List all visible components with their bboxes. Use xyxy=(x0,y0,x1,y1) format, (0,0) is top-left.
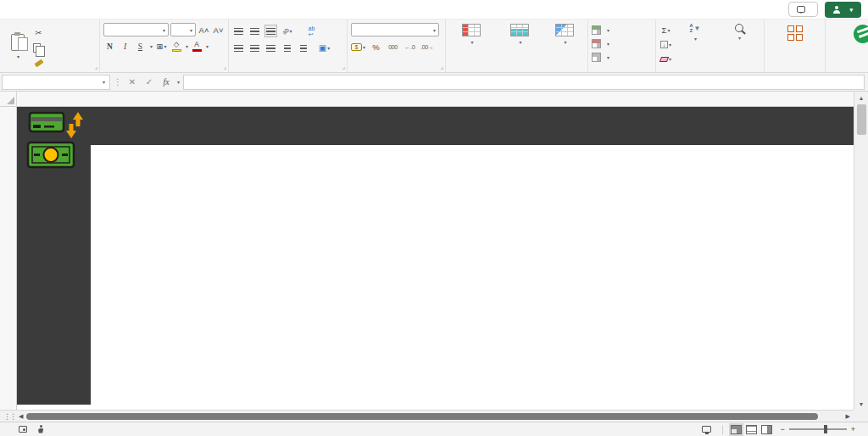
share-button[interactable]: ▾ xyxy=(825,2,861,18)
cells-group: ▾ ▾ ▾ xyxy=(588,20,656,72)
cut-button[interactable]: ✂ xyxy=(32,26,45,39)
fill-button[interactable]: ↓▾ xyxy=(659,38,672,51)
number-group: ▾ $▾ % 000 ←.0 .00→ ⌟ xyxy=(348,20,446,72)
scroll-up-icon[interactable]: ▲ xyxy=(859,92,865,103)
cell-styles-button[interactable]: ▾ xyxy=(546,23,584,47)
percent-button[interactable]: % xyxy=(370,41,382,53)
conditional-formatting-button[interactable]: ▾ xyxy=(449,23,494,47)
chevron-down-icon: ▾ xyxy=(177,79,180,85)
insert-cells-button[interactable]: ▾ xyxy=(592,24,652,36)
styles-group: ▾ ▾ ▾ xyxy=(446,20,588,72)
zoom-slider[interactable] xyxy=(789,428,847,430)
scissors-icon: ✂ xyxy=(36,28,42,37)
align-right-button[interactable] xyxy=(264,42,277,54)
select-all-corner[interactable] xyxy=(0,92,17,106)
format-as-table-button[interactable]: ▾ xyxy=(498,23,542,47)
scroll-right-icon[interactable]: ▶ xyxy=(846,413,850,420)
font-size-select[interactable]: ▾ xyxy=(170,23,196,36)
accessibility-status[interactable] xyxy=(37,425,47,433)
zoom-out-button[interactable]: − xyxy=(780,425,784,433)
copy-button[interactable]: ▾ xyxy=(32,42,45,54)
merge-center-button[interactable]: ▣▾ xyxy=(318,42,331,54)
decrease-indent-button[interactable] xyxy=(281,42,293,54)
comments-button[interactable] xyxy=(788,2,818,17)
orientation-icon: ab xyxy=(281,26,289,35)
scroll-down-icon[interactable]: ▼ xyxy=(859,398,865,410)
eraser-icon xyxy=(659,57,669,62)
zoom-slider-thumb[interactable] xyxy=(824,425,827,433)
orientation-button[interactable]: ab▾ xyxy=(281,25,293,37)
addins-group xyxy=(765,20,826,72)
zoom-in-button[interactable]: + xyxy=(851,425,855,433)
align-middle-button[interactable] xyxy=(248,25,261,37)
clear-button[interactable]: ▾ xyxy=(659,53,672,65)
chevron-down-icon: ▾ xyxy=(186,43,188,49)
addins-icon xyxy=(787,25,803,41)
font-name-select[interactable]: ▾ xyxy=(103,23,169,36)
dialog-launcher-icon[interactable]: ⌟ xyxy=(224,64,226,70)
align-top-button[interactable] xyxy=(232,25,245,37)
increase-font-button[interactable]: A˄ xyxy=(198,24,210,36)
bold-button[interactable]: N xyxy=(103,40,116,53)
accounting-format-button[interactable]: $▾ xyxy=(351,41,365,53)
format-painter-button[interactable] xyxy=(32,57,45,70)
align-bottom-button[interactable] xyxy=(264,25,277,37)
vertical-scrollbar[interactable]: ▲ ▼ xyxy=(854,92,868,410)
find-select-button[interactable]: ▾ xyxy=(718,23,760,42)
underline-button[interactable]: S xyxy=(134,40,147,53)
align-bottom-icon xyxy=(266,28,275,35)
align-top-icon xyxy=(234,28,243,35)
horizontal-scroll-track[interactable] xyxy=(26,412,842,420)
format-as-table-icon xyxy=(510,24,529,36)
horizontal-scrollbar[interactable]: ⋮⋮ ◀ ▶ xyxy=(0,410,854,422)
autosum-button[interactable]: Σ▾ xyxy=(659,24,672,36)
chevron-down-icon: ▾ xyxy=(206,43,209,49)
addins-button[interactable] xyxy=(768,23,821,43)
alignment-group: ab▾ ab↩ ▣▾ ⌟ xyxy=(229,20,348,72)
cancel-button[interactable]: ✕ xyxy=(125,77,139,87)
sheet-tab-grip[interactable]: ⋮⋮ xyxy=(3,412,15,421)
paste-button[interactable]: ▾ xyxy=(8,31,27,61)
format-cells-button[interactable]: ▾ xyxy=(592,51,652,64)
display-settings-button[interactable] xyxy=(702,426,715,433)
name-box[interactable]: ▾ xyxy=(2,75,110,90)
italic-button[interactable]: I xyxy=(119,40,131,53)
normal-view-button[interactable] xyxy=(731,425,742,434)
dialog-launcher-icon[interactable]: ⌟ xyxy=(95,64,97,70)
clipboard-group: ▾ ✂ ▾ ⌟ xyxy=(0,20,100,72)
dialog-launcher-icon[interactable]: ⌟ xyxy=(342,64,345,70)
insert-function-button[interactable]: fx xyxy=(159,77,173,87)
fill-color-button[interactable]: ◇ xyxy=(170,41,182,52)
wrap-text-button[interactable]: ab↩ xyxy=(305,25,318,37)
macro-record-icon[interactable] xyxy=(19,426,27,433)
page-break-view-button[interactable] xyxy=(761,425,772,434)
align-left-button[interactable] xyxy=(232,42,245,54)
enter-button[interactable]: ✓ xyxy=(142,77,156,87)
comma-style-button[interactable]: 000 xyxy=(387,41,399,53)
brush-icon xyxy=(34,59,43,68)
fill-color-bar xyxy=(172,49,181,52)
sheet-grid xyxy=(0,107,854,410)
formula-input[interactable] xyxy=(183,75,865,90)
number-format-select[interactable]: ▾ xyxy=(351,23,439,36)
delete-cells-button[interactable]: ▾ xyxy=(592,37,652,50)
borders-button[interactable]: ⊞▾ xyxy=(155,40,168,53)
decrease-font-button[interactable]: A˅ xyxy=(212,24,225,36)
money-logo xyxy=(17,110,91,170)
increase-indent-button[interactable] xyxy=(297,42,309,54)
numerous-ai-button[interactable] xyxy=(829,23,868,46)
copy-icon xyxy=(33,43,41,53)
dialog-launcher-icon[interactable]: ⌟ xyxy=(441,64,443,70)
vertical-scroll-thumb[interactable] xyxy=(857,104,866,135)
page-layout-view-button[interactable] xyxy=(746,425,757,434)
decrease-decimal-button[interactable]: .00→ xyxy=(420,41,434,53)
font-color-button[interactable]: A xyxy=(191,41,203,52)
fill-down-icon: ↓ xyxy=(660,41,668,48)
sort-filter-button[interactable]: AZ▼ ▾ xyxy=(676,23,714,43)
align-center-button[interactable] xyxy=(248,42,261,54)
chevron-down-icon: ▾ xyxy=(694,36,697,42)
chevron-down-icon: ▾ xyxy=(738,36,741,42)
increase-decimal-button[interactable]: ←.0 xyxy=(403,41,416,53)
scroll-left-icon[interactable]: ◀ xyxy=(19,413,23,420)
horizontal-scroll-thumb[interactable] xyxy=(26,413,817,420)
